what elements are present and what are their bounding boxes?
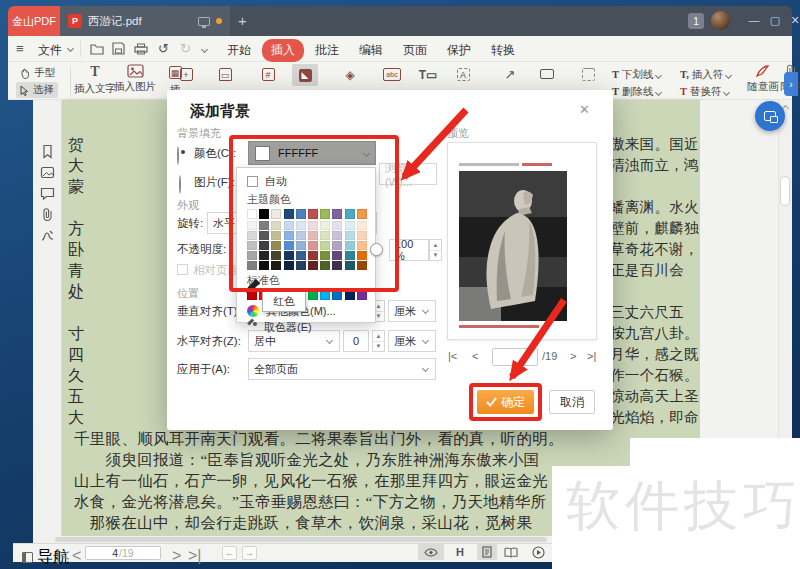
document-line: 那猴在山中，却会行走跳跃，食草木，饮涧泉，采山花，觅树果 <box>74 512 630 533</box>
fit-width-button[interactable]: H <box>450 544 470 560</box>
eyedropper-option[interactable]: 取色器(E) <box>247 319 365 335</box>
menu-item[interactable]: 插入 <box>262 39 304 62</box>
attachment-panel-icon[interactable] <box>40 207 55 222</box>
signature-stamp-icon[interactable] <box>40 228 55 243</box>
attach-page-icon[interactable] <box>578 66 598 83</box>
page-number-input[interactable]: 4/19 <box>85 546 161 560</box>
valign-unit-dropdown[interactable]: 厘米 <box>388 300 436 322</box>
caption-line <box>459 325 539 328</box>
document-line: 大 <box>68 407 168 428</box>
comment-shape-icon[interactable] <box>540 69 554 79</box>
floating-tool-button[interactable] <box>755 101 785 131</box>
notification-badge[interactable]: 1 <box>688 13 704 29</box>
open-folder-icon[interactable] <box>90 43 104 55</box>
horizontal-scroll-thumb[interactable] <box>55 537 547 542</box>
quickbar-chevron-icon[interactable] <box>201 46 208 53</box>
maximize-button[interactable]: ▢ <box>766 11 784 29</box>
document-line <box>68 302 168 323</box>
file-menu[interactable]: 文件 <box>38 42 62 59</box>
preview-last-page[interactable]: >| <box>587 350 596 362</box>
halign-spinner[interactable]: ▲▼ <box>372 330 385 352</box>
caption-line <box>522 163 552 166</box>
app-home-tab[interactable]: 金山PDF <box>8 6 60 36</box>
last-page-button[interactable]: >| <box>188 547 202 565</box>
redo-icon[interactable]: ↻ <box>180 41 191 56</box>
relative-page-checkbox[interactable] <box>177 264 188 275</box>
preview-label: 预览 <box>447 126 469 141</box>
preview-next-page[interactable]: > <box>570 350 576 362</box>
document-line: 傲来国。国近 <box>610 134 705 155</box>
caption-line <box>459 163 519 166</box>
hyperlink-abc-icon[interactable]: abc <box>382 66 402 83</box>
new-page-icon[interactable]: + <box>176 66 196 83</box>
menu-item[interactable]: 转换 <box>482 39 524 62</box>
preview-prev-page[interactable]: < <box>472 350 478 362</box>
insert-image-button[interactable]: 插入图片 <box>116 64 154 94</box>
first-page-button[interactable]: |< <box>56 547 70 565</box>
expand-panel-chevron[interactable]: › <box>784 72 798 96</box>
text-tool-icon[interactable]: T▭ <box>418 66 438 83</box>
preview-page-input[interactable] <box>492 348 538 366</box>
thumbnail-image-icon[interactable] <box>40 165 55 180</box>
prev-page-button[interactable]: < <box>72 547 81 565</box>
menu-item[interactable]: 批注 <box>306 39 348 62</box>
underline-button[interactable]: T 下划线 <box>612 68 661 82</box>
insert-text-button[interactable]: T 插入文字 <box>76 64 114 96</box>
comment-icon[interactable] <box>40 186 55 201</box>
dialog-close-icon[interactable]: ✕ <box>579 102 590 117</box>
history-forward-button[interactable]: → <box>242 546 257 560</box>
applyto-dropdown[interactable]: 全部页面 <box>248 358 436 380</box>
vertical-scroll-thumb[interactable] <box>780 176 790 206</box>
document-line: 壁前，麒麟独 <box>610 218 705 239</box>
main-menu-icon[interactable]: ≡ <box>16 41 24 56</box>
next-page-button[interactable]: > <box>172 547 181 565</box>
free-draw-button[interactable]: 随意画 <box>746 64 780 94</box>
history-back-button[interactable]: ← <box>222 546 237 560</box>
caret-insert-button[interactable]: T, 插入符 <box>680 68 731 82</box>
cancel-button[interactable]: 取消 <box>549 390 595 414</box>
document-line: 水食，金光将潜息矣。”玉帝垂赐恩慈曰：“下方之物，乃天地精华所 <box>74 491 630 512</box>
document-line: 千里眼、顺风耳开南天门观看。二将果奉旨出门外，看的真，听的明。 <box>74 428 630 449</box>
image-radio[interactable] <box>179 175 181 194</box>
arrow-shape-icon[interactable]: ↗ <box>500 66 520 83</box>
background-tool-icon[interactable]: ◣ <box>292 64 318 86</box>
minimize-button[interactable]: — <box>745 11 763 29</box>
divider <box>80 41 81 57</box>
screen-cast-icon[interactable] <box>198 17 210 26</box>
menu-item[interactable]: 编辑 <box>350 39 392 62</box>
color-radio[interactable] <box>177 146 179 165</box>
page-number-icon[interactable]: # <box>258 66 278 83</box>
document-line: 月华，感之既 <box>610 344 705 365</box>
new-tab-button[interactable]: + <box>238 11 247 31</box>
close-button[interactable]: ✕ <box>786 11 800 29</box>
watermark-icon[interactable]: ◈ <box>340 66 360 83</box>
play-slideshow-button[interactable] <box>528 544 548 560</box>
replace-mark-button[interactable]: T 替换符 <box>680 85 729 99</box>
opacity-spinner[interactable]: ▲▼ <box>429 239 442 261</box>
print-icon[interactable] <box>134 43 148 55</box>
eye-protection-button[interactable] <box>418 544 444 560</box>
textbox-tool-icon[interactable]: A <box>453 66 473 83</box>
strikethrough-button[interactable]: T 删除线 <box>612 85 661 99</box>
section-position-label: 位置 <box>177 286 199 301</box>
undo-icon[interactable]: ↺ <box>158 41 169 56</box>
book-icon <box>504 547 518 558</box>
hand-tool-button[interactable]: 手型 <box>16 65 59 81</box>
two-page-view-button[interactable] <box>500 544 522 560</box>
document-tab[interactable]: P 西游记.pdf <box>60 6 230 36</box>
play-icon <box>532 546 545 559</box>
preview-first-page[interactable]: |< <box>448 350 457 362</box>
header-footer-icon[interactable]: ▭ <box>215 66 235 83</box>
document-line: 光焰焰，即命 <box>610 407 705 428</box>
menu-item[interactable]: 保护 <box>438 39 480 62</box>
single-page-view-button[interactable] <box>477 544 497 560</box>
save-icon[interactable] <box>112 42 125 55</box>
select-tool-button[interactable]: 选择 <box>16 82 58 98</box>
halign-unit-dropdown[interactable]: 厘米 <box>388 330 436 352</box>
menu-item[interactable]: 页面 <box>394 39 436 62</box>
menu-item[interactable]: 开始 <box>218 39 260 62</box>
document-line: 惊动高天上圣 <box>610 386 705 407</box>
bookmark-icon[interactable] <box>40 144 55 159</box>
opacity-label: 不透明度: <box>177 242 226 257</box>
user-avatar[interactable] <box>711 11 730 30</box>
